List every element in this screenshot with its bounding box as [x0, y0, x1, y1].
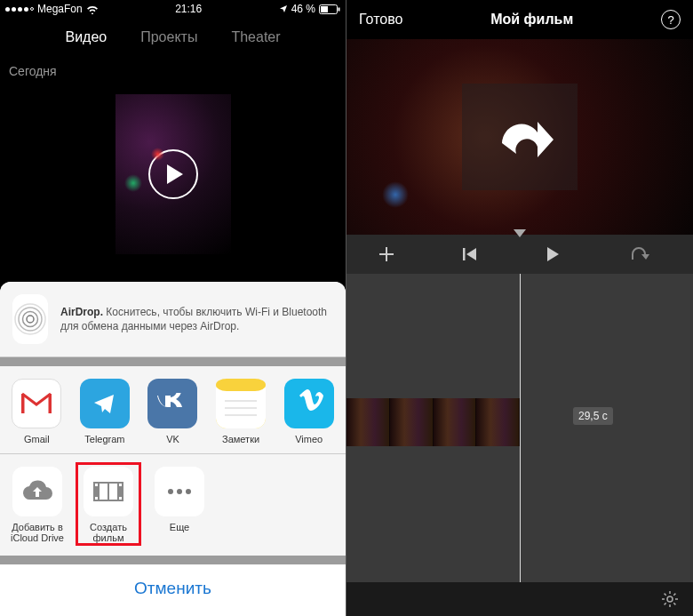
undo-button[interactable] [630, 247, 662, 261]
battery-percent: 46 % [291, 3, 315, 15]
svg-rect-18 [119, 497, 122, 500]
svg-rect-7 [21, 394, 25, 413]
gmail-label: Gmail [24, 434, 50, 444]
tab-projects[interactable]: Проекты [140, 29, 197, 45]
vimeo-icon [284, 379, 334, 428]
svg-rect-16 [95, 497, 98, 500]
signal-dots-icon [5, 7, 34, 12]
airdrop-icon [12, 294, 48, 344]
video-area [0, 94, 346, 254]
svg-point-22 [177, 489, 182, 494]
top-tabs: Видео Проекты Theater [0, 18, 346, 57]
svg-rect-8 [49, 394, 52, 413]
tab-theater[interactable]: Theater [231, 29, 280, 45]
settings-button[interactable] [661, 590, 679, 608]
video-preview[interactable] [346, 39, 693, 235]
phone-screenshot-imovie: Готово Мой фильм ? 29,5 с [346, 0, 693, 616]
icloud-label: Добавить вiCloud Drive [11, 522, 64, 543]
svg-rect-17 [119, 484, 122, 486]
done-button[interactable]: Готово [359, 12, 402, 28]
status-bar: MegaFon 21:16 46 % [0, 0, 346, 18]
battery-icon [319, 4, 340, 14]
svg-rect-1 [321, 6, 328, 12]
prev-frame-button[interactable] [462, 247, 494, 261]
share-app-gmail[interactable]: Gmail [7, 379, 67, 444]
vk-label: VK [166, 434, 179, 444]
svg-point-23 [186, 489, 191, 494]
svg-line-31 [673, 603, 675, 604]
svg-rect-10 [216, 379, 266, 391]
phone-screenshot-share-sheet: MegaFon 21:16 46 % Видео Проекты Theater… [0, 0, 346, 616]
airdrop-row[interactable]: AirDrop. Коснитесь, чтобы включить Wi-Fi… [0, 282, 346, 357]
svg-rect-19 [100, 484, 108, 500]
bottom-bar [346, 582, 693, 616]
svg-rect-2 [339, 7, 340, 11]
telegram-label: Telegram [84, 434, 124, 444]
video-thumbnail[interactable] [116, 94, 231, 254]
help-button[interactable]: ? [661, 10, 681, 29]
cancel-button[interactable]: Отменить [0, 564, 346, 616]
editor-toolbar [346, 235, 693, 274]
status-time: 21:16 [175, 3, 202, 15]
playhead-line[interactable] [520, 274, 521, 582]
svg-rect-24 [463, 248, 466, 260]
gmail-icon [12, 379, 61, 428]
share-app-notes[interactable]: Заметки [211, 379, 271, 444]
svg-point-6 [15, 304, 45, 334]
telegram-icon [80, 379, 130, 428]
svg-rect-20 [109, 484, 117, 500]
vk-icon [147, 379, 197, 428]
wifi-icon [86, 4, 99, 14]
project-title: Мой фильм [490, 12, 573, 28]
share-apps-row: Gmail Telegram VK Заметки [0, 366, 346, 454]
share-app-vimeo[interactable]: Vimeo [279, 379, 339, 444]
action-more[interactable]: Еще [149, 467, 210, 543]
notes-icon [216, 379, 266, 428]
create-movie-label: Создатьфильм [90, 522, 127, 543]
rotate-overlay[interactable] [462, 84, 578, 190]
filmstrip-icon [84, 467, 133, 516]
play-button[interactable] [546, 246, 578, 262]
svg-point-4 [23, 311, 38, 326]
location-icon [279, 4, 288, 13]
carrier-label: MegaFon [37, 3, 83, 15]
gear-icon [661, 590, 679, 608]
svg-point-3 [27, 316, 34, 323]
svg-line-33 [673, 594, 675, 596]
action-create-movie[interactable]: Создатьфильм [78, 467, 139, 543]
more-label: Еще [170, 522, 189, 532]
more-icon [155, 467, 204, 516]
remaining-time-badge: 29,5 с [573, 407, 613, 425]
svg-point-21 [168, 489, 173, 494]
playhead-marker-icon [514, 229, 526, 237]
airdrop-text: AirDrop. Коснитесь, чтобы включить Wi-Fi… [60, 305, 333, 333]
tab-video[interactable]: Видео [65, 29, 107, 45]
svg-line-32 [665, 603, 666, 604]
svg-rect-15 [95, 484, 98, 486]
timeline-area[interactable]: 29,5 с [346, 274, 693, 582]
share-app-vk[interactable]: VK [143, 379, 203, 444]
play-icon [148, 149, 198, 199]
action-icloud-drive[interactable]: Добавить вiCloud Drive [7, 467, 68, 543]
svg-rect-14 [93, 482, 123, 501]
share-app-telegram[interactable]: Telegram [76, 379, 135, 444]
cloud-upload-icon [12, 467, 62, 516]
section-today-label: Сегодня [0, 57, 346, 85]
rotate-arrow-icon [484, 106, 555, 168]
clip-strip[interactable] [346, 398, 520, 446]
svg-point-25 [667, 596, 673, 602]
add-media-button[interactable] [378, 245, 410, 263]
notes-label: Заметки [222, 434, 259, 444]
svg-line-30 [665, 594, 666, 596]
vimeo-label: Vimeo [295, 434, 323, 444]
share-actions-row: Добавить вiCloud Drive Создатьфильм Еще [0, 454, 346, 556]
editor-header: Готово Мой фильм ? [346, 0, 693, 39]
